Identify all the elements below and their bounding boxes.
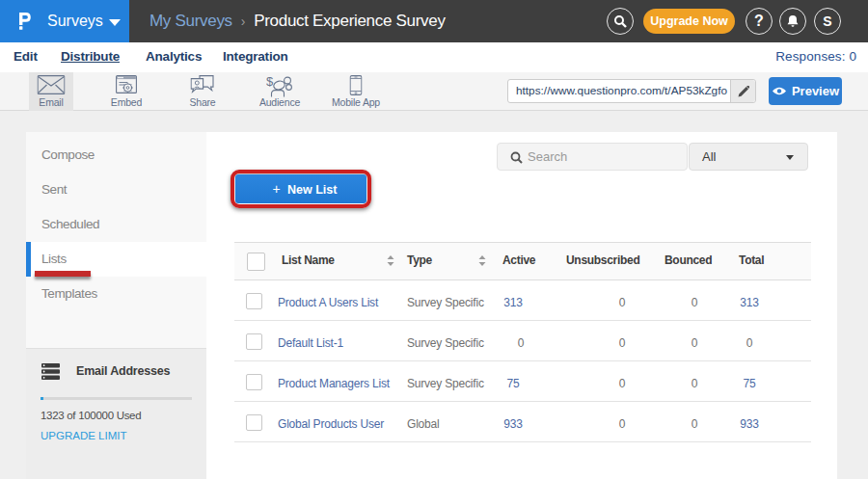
- svg-text:$: $: [266, 75, 274, 89]
